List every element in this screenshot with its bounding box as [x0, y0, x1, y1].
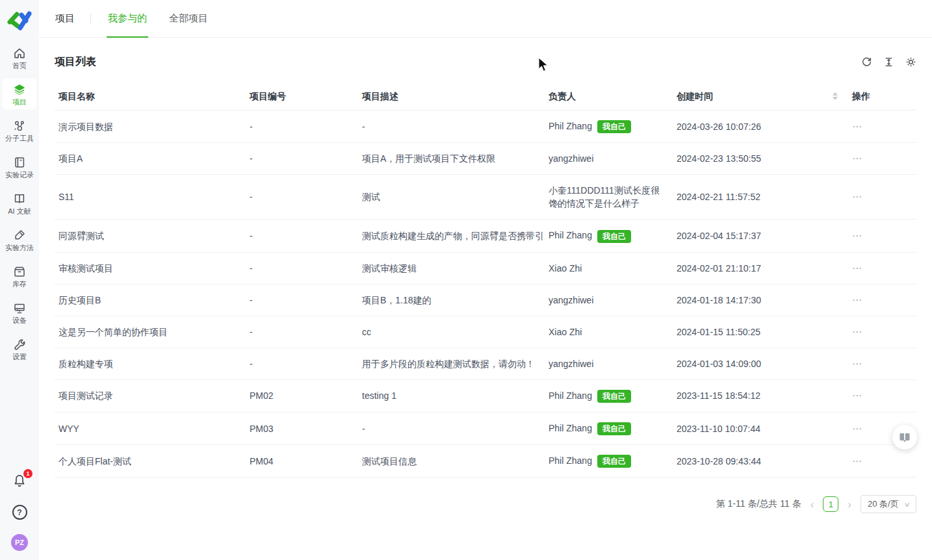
cell-created-time: 2024-01-03 14:09:00	[673, 348, 848, 379]
table-row[interactable]: 审核测试项目-测试审核逻辑Xiao Zhi2024-02-01 21:10:17…	[55, 252, 916, 284]
sidebar-item-book[interactable]: AI 文献	[3, 188, 36, 218]
column-header-created[interactable]: 创建时间	[673, 83, 848, 110]
sidebar-item-settings[interactable]: 设置	[3, 333, 36, 364]
table-row[interactable]: 个人项目Flat-测试PM04测试项目信息Phil Zhang我自己2023-1…	[55, 445, 916, 477]
row-height-button[interactable]	[883, 57, 894, 68]
table-row[interactable]: 同源臂测试-测试质粒构建生成的产物，同源臂是否携带引...Phil Zhang我…	[55, 220, 916, 252]
me-badge: 我自己	[597, 455, 631, 468]
sort-toggle-icon[interactable]	[833, 92, 838, 100]
molecule-icon	[13, 120, 26, 133]
sidebar-item-method[interactable]: 实验方法	[3, 224, 36, 255]
row-actions-button[interactable]: ⋯	[848, 175, 916, 220]
home-icon	[13, 47, 26, 60]
cell-created-time: 2023-11-10 10:07:44	[673, 412, 848, 444]
cell-project-desc: testing 1	[358, 379, 545, 412]
cell-project-code: PM02	[246, 379, 358, 412]
column-header-desc: 项目描述	[358, 83, 545, 110]
row-actions-button[interactable]: ⋯	[848, 143, 916, 175]
refresh-icon	[861, 57, 872, 68]
table-row[interactable]: 项目A-项目A，用于测试项目下文件权限yangzhiwei2024-02-23 …	[55, 143, 916, 175]
column-header-label: 项目描述	[362, 91, 398, 101]
cell-project-name: S11	[55, 175, 246, 220]
cell-owner: yangzhiwei	[545, 348, 673, 379]
prev-page-button[interactable]: ‹	[809, 499, 816, 510]
next-page-button[interactable]: ›	[846, 499, 853, 510]
sidebar-item-projects[interactable]: 项目	[3, 79, 36, 109]
row-actions-button[interactable]: ⋯	[848, 316, 916, 348]
owner-name: yangzhiwei	[549, 153, 593, 164]
cell-created-time: 2024-03-26 10:07:26	[673, 110, 848, 143]
cell-owner: Xiao Zhi	[545, 316, 673, 348]
tab-my-projects[interactable]: 我参与的	[108, 0, 147, 38]
sidebar-item-home[interactable]: 首页	[3, 42, 36, 73]
cell-owner: Phil Zhang我自己	[545, 445, 673, 477]
user-avatar[interactable]: PZ	[11, 534, 28, 551]
cell-created-time: 2023-10-28 09:43:44	[673, 445, 848, 477]
sidebar-item-label: 项目	[12, 98, 27, 106]
owner-name: Phil Zhang	[549, 121, 592, 131]
table-row[interactable]: 质粒构建专项-用于多片段的质粒构建测试数据，请勿动！yangzhiwei2024…	[55, 348, 916, 379]
floating-docs-button[interactable]	[892, 425, 917, 450]
inventory-icon	[13, 265, 26, 278]
column-header-actions: 操作	[848, 83, 916, 110]
tab-all-projects[interactable]: 全部项目	[169, 0, 208, 38]
sidebar-item-label: 设备	[12, 316, 27, 324]
row-actions-button[interactable]: ⋯	[848, 445, 916, 477]
page-size-select[interactable]: 20 条/页 ∨	[861, 495, 916, 513]
refresh-button[interactable]	[861, 57, 872, 68]
cell-project-desc: 测试项目信息	[358, 445, 545, 477]
cell-project-name: 审核测试项目	[55, 252, 246, 284]
row-actions-button[interactable]: ⋯	[848, 252, 916, 284]
row-actions-button[interactable]: ⋯	[848, 220, 916, 252]
pagination-total: 第 1-11 条/总共 11 条	[716, 498, 801, 510]
row-actions-button[interactable]: ⋯	[848, 110, 916, 143]
page-number-button[interactable]: 1	[823, 496, 838, 512]
sidebar-item-inventory[interactable]: 库存	[3, 261, 36, 291]
owner-name: Phil Zhang	[549, 230, 592, 240]
sidebar-item-molecule[interactable]: 分子工具	[3, 115, 36, 146]
cell-owner: yangzhiwei	[545, 284, 673, 316]
sidebar-item-label: 实验方法	[5, 244, 34, 251]
avatar-initials: PZ	[15, 539, 24, 546]
table-row[interactable]: 历史项目B-项目B，1.18建的yangzhiwei2024-01-18 14:…	[55, 284, 916, 316]
page-title: 项目	[55, 12, 75, 25]
cell-project-code: -	[246, 143, 358, 175]
me-badge: 我自己	[597, 120, 631, 133]
cell-project-code: -	[246, 252, 358, 284]
sidebar-item-label: 实验记录	[5, 171, 34, 179]
sidebar-item-label: AI 文献	[8, 207, 31, 215]
table-header: 项目名称项目编号项目描述负责人创建时间操作	[55, 83, 916, 110]
table-row[interactable]: S11-测试小奎111DDD111测试长度很馋的情况下是什么样子2024-02-…	[55, 175, 916, 220]
row-actions-button[interactable]: ⋯	[848, 379, 916, 412]
cell-project-desc: 项目A，用于测试项目下文件权限	[358, 143, 545, 175]
pagination: 第 1-11 条/总共 11 条 ‹ 1 › 20 条/页 ∨	[55, 495, 916, 513]
gear-icon	[905, 57, 916, 68]
cell-project-desc: 测试审核逻辑	[358, 252, 545, 284]
notifications-button[interactable]: 1	[12, 474, 27, 490]
cell-project-desc: 测试	[358, 175, 545, 220]
table-row[interactable]: 演示项目数据--Phil Zhang我自己2024-03-26 10:07:26…	[55, 110, 916, 143]
sidebar-item-notebook[interactable]: 实验记录	[3, 151, 36, 182]
app-logo[interactable]	[7, 8, 32, 34]
table-row[interactable]: 这是另一个简单的协作项目-ccXiao Zhi2024-01-15 11:50:…	[55, 316, 916, 348]
sidebar: 首页项目分子工具实验记录AI 文献实验方法库存设备设置 1 ? PZ	[0, 0, 39, 560]
help-glyph: ?	[17, 508, 21, 517]
cell-project-name: 项目测试记录	[55, 379, 246, 412]
cell-project-name: 历史项目B	[55, 284, 246, 316]
cell-created-time: 2023-11-15 18:54:12	[673, 379, 848, 412]
cell-owner: Xiao Zhi	[545, 252, 673, 284]
cell-owner: Phil Zhang我自己	[545, 412, 673, 444]
topbar-divider	[90, 14, 91, 23]
row-actions-button[interactable]: ⋯	[848, 284, 916, 316]
cell-project-code: -	[246, 284, 358, 316]
table-settings-button[interactable]	[905, 57, 916, 68]
sidebar-item-label: 首页	[12, 62, 27, 70]
sidebar-item-device[interactable]: 设备	[3, 297, 36, 327]
cell-project-desc: 项目B，1.18建的	[358, 284, 545, 316]
table-row[interactable]: 项目测试记录PM02testing 1Phil Zhang我自己2023-11-…	[55, 379, 916, 412]
table-row[interactable]: WYYPM03-Phil Zhang我自己2023-11-10 10:07:44…	[55, 412, 916, 444]
cell-project-desc: cc	[358, 316, 545, 348]
row-actions-button[interactable]: ⋯	[848, 348, 916, 379]
cell-owner: Phil Zhang我自己	[545, 379, 673, 412]
help-button[interactable]: ?	[12, 505, 27, 520]
